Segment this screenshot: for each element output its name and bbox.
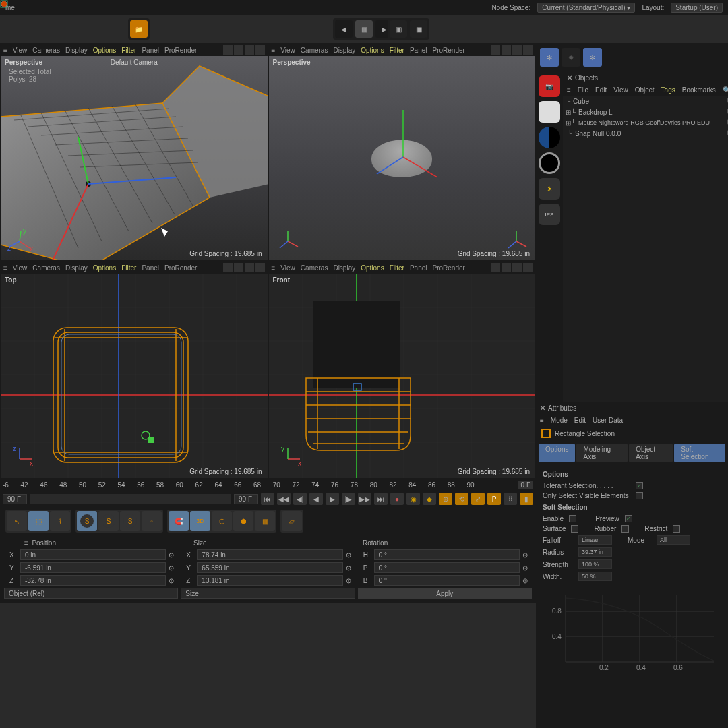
- prev-frame-icon[interactable]: ◀|: [293, 493, 307, 505]
- open-file-button[interactable]: 📁: [130, 20, 148, 38]
- renderer-2-icon[interactable]: ✻: [583, 48, 602, 67]
- mode-dropdown[interactable]: All: [657, 535, 690, 545]
- axis-widget[interactable]: xyz: [6, 228, 33, 255]
- viewport-menu[interactable]: ≡ ViewCamerasDisplay OptionsFilter Panel…: [269, 44, 536, 56]
- sun-icon[interactable]: ☀: [539, 178, 560, 200]
- next-frame-icon[interactable]: |▶: [342, 493, 355, 505]
- target-light-icon[interactable]: [539, 152, 560, 174]
- key-scale-icon[interactable]: ⤢: [471, 493, 485, 505]
- tab-options[interactable]: Options: [539, 444, 575, 462]
- axis-widget[interactable]: xy: [274, 446, 301, 473]
- pos-z-input[interactable]: [20, 575, 166, 586]
- viewport-menu[interactable]: ≡ ViewCamerasDisplay OptionsFilter Panel…: [1, 44, 268, 56]
- lasso-tool[interactable]: ⌇: [50, 511, 70, 531]
- goto-end-icon[interactable]: ⏭: [374, 493, 388, 505]
- node-space-dropdown[interactable]: Current (Standard/Physical) ▾: [537, 3, 635, 13]
- viewport-menu[interactable]: ≡ ViewCamerasDisplay OptionsFilter Panel…: [1, 262, 268, 274]
- attr-menu[interactable]: ≡ModeEditUser Data: [536, 414, 728, 426]
- frame-ruler[interactable]: -642464850525456586062646668707274767880…: [0, 479, 536, 491]
- snap-point[interactable]: ⬡: [212, 511, 232, 531]
- snap-3[interactable]: S: [120, 511, 140, 531]
- radius-input[interactable]: [578, 547, 612, 557]
- close-icon[interactable]: ✕: [540, 404, 545, 412]
- rect-select-tool[interactable]: ⬚: [28, 511, 49, 531]
- tree-item-mouse[interactable]: ⊞└ Mouse Nightsword RGB GeoffDevries PRO…: [563, 117, 728, 128]
- rot-b-input[interactable]: [374, 575, 520, 586]
- preview-checkbox[interactable]: [625, 515, 632, 522]
- tree-item-cube[interactable]: └ Cube ✓: [563, 96, 728, 107]
- menu-icon[interactable]: ≡: [3, 47, 7, 54]
- fcurve-icon[interactable]: ▮: [520, 493, 533, 505]
- viewport-menu[interactable]: ≡ ViewCamerasDisplay OptionsFilter Panel…: [269, 262, 536, 274]
- tree-item-backdrop[interactable]: ⊞└ Backdrop L ✓: [563, 107, 728, 117]
- prev-button[interactable]: ◀: [335, 20, 353, 38]
- visible-only-checkbox[interactable]: [636, 492, 643, 499]
- renderer-icon[interactable]: ✻: [540, 48, 559, 67]
- width-input[interactable]: [578, 572, 612, 581]
- key-pos-icon[interactable]: ⊕: [439, 493, 452, 505]
- record-icon[interactable]: ●: [390, 493, 404, 505]
- strength-input[interactable]: [578, 559, 612, 569]
- settings-icon[interactable]: ✹: [562, 48, 580, 67]
- dope-icon[interactable]: ⠿: [504, 493, 517, 505]
- ies-icon[interactable]: IES: [539, 204, 560, 225]
- snap-2[interactable]: S: [98, 511, 119, 531]
- sky-icon[interactable]: [539, 127, 560, 148]
- vp-nav-icon[interactable]: [255, 45, 265, 55]
- key-rot-icon[interactable]: ⟲: [455, 493, 468, 505]
- vp-nav-icon[interactable]: [245, 45, 254, 55]
- prev-key-icon[interactable]: ◀◀: [277, 493, 291, 505]
- layout-dropdown[interactable]: Startup (User): [671, 3, 723, 13]
- autokey-icon[interactable]: ◉: [406, 493, 420, 505]
- pos-x-input[interactable]: [20, 549, 166, 560]
- layout-button[interactable]: ▦: [355, 20, 373, 38]
- snap-edge[interactable]: ⬢: [233, 511, 253, 531]
- size-y-input[interactable]: [197, 562, 342, 573]
- timeline-slider[interactable]: [30, 494, 231, 504]
- size-z-input[interactable]: [197, 575, 342, 586]
- rot-p-input[interactable]: [374, 562, 520, 573]
- magnet-tool[interactable]: 🧲: [169, 511, 189, 531]
- goto-start-icon[interactable]: ⏮: [261, 493, 274, 505]
- render-region-button[interactable]: ▣: [410, 20, 427, 38]
- coord-mode-dropdown[interactable]: Object (Rel): [4, 588, 178, 599]
- search-icon[interactable]: 🔍: [723, 86, 728, 94]
- axis-widget[interactable]: xz: [6, 446, 33, 473]
- perspective-viewport[interactable]: xyz: [1, 56, 268, 260]
- tab-soft-selection[interactable]: Soft Selection: [674, 444, 725, 462]
- key-param-icon[interactable]: P: [487, 493, 501, 505]
- front-viewport[interactable]: xy: [269, 274, 536, 478]
- close-icon[interactable]: ✕: [567, 74, 572, 82]
- frame-start-input[interactable]: [3, 494, 27, 504]
- render-button[interactable]: ▣: [390, 20, 407, 38]
- snap-3d-tool[interactable]: 3D: [190, 511, 210, 531]
- top-viewport[interactable]: xz: [1, 274, 268, 478]
- snap-tool[interactable]: S: [77, 511, 97, 531]
- frame-end-input[interactable]: [234, 494, 258, 504]
- size-mode-dropdown[interactable]: Size: [181, 588, 355, 599]
- camera-icon[interactable]: 📷: [539, 75, 560, 97]
- rot-h-input[interactable]: [374, 549, 520, 560]
- play-icon[interactable]: ▶: [326, 493, 339, 505]
- apply-button[interactable]: Apply: [358, 588, 532, 599]
- snap-grid[interactable]: ▦: [255, 511, 275, 531]
- snap-4[interactable]: ▫: [142, 511, 162, 531]
- perspective-viewport-2[interactable]: [269, 56, 536, 260]
- tab-modeling-axis[interactable]: Modeling Axis: [576, 444, 628, 462]
- workplane-tool[interactable]: ▱: [282, 511, 302, 531]
- select-tool[interactable]: ↖: [7, 511, 27, 531]
- pos-y-input[interactable]: [20, 562, 166, 573]
- vp-nav-icon[interactable]: [223, 45, 233, 55]
- objects-menu[interactable]: ≡FileEditViewObject TagsBookmarks 🔍✦⊞: [563, 84, 728, 96]
- next-key-icon[interactable]: ▶▶: [358, 493, 371, 505]
- area-light-icon[interactable]: [539, 101, 560, 123]
- keyframe-icon[interactable]: ◆: [423, 493, 436, 505]
- play-back-icon[interactable]: ◀: [309, 493, 323, 505]
- enable-checkbox[interactable]: [569, 515, 576, 522]
- vp-nav-icon[interactable]: [234, 45, 243, 55]
- falloff-graph[interactable]: 0.8 0.4 0.2 0.4 0.6: [539, 588, 725, 675]
- tolerant-checkbox[interactable]: [636, 482, 643, 489]
- tree-item-snap-null[interactable]: └ Snap Null 0.0.0 ⊘: [563, 128, 728, 139]
- tab-object-axis[interactable]: Object Axis: [629, 444, 673, 462]
- falloff-dropdown[interactable]: Linear: [578, 535, 612, 545]
